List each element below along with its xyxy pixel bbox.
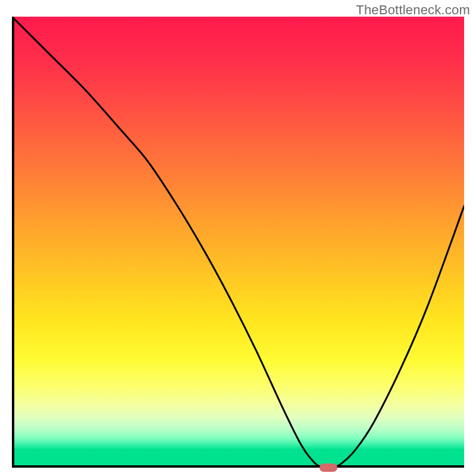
watermark-text: TheBottleneck.com: [356, 2, 470, 18]
x-axis: [12, 465, 464, 468]
bottleneck-curve: [12, 17, 464, 468]
plot-area: [12, 17, 464, 468]
optimal-marker: [320, 464, 337, 472]
chart-container: TheBottleneck.com: [0, 0, 476, 476]
y-axis: [12, 17, 14, 468]
